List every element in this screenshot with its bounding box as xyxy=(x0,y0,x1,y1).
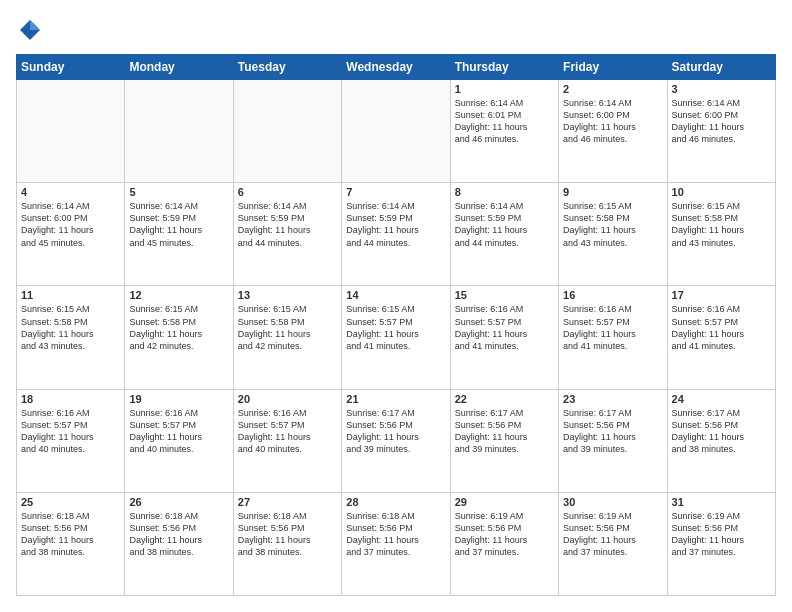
day-number: 13 xyxy=(238,289,337,301)
calendar-table: SundayMondayTuesdayWednesdayThursdayFrid… xyxy=(16,54,776,596)
day-number: 16 xyxy=(563,289,662,301)
day-info: Sunrise: 6:16 AM Sunset: 5:57 PM Dayligh… xyxy=(21,407,120,456)
calendar-cell: 14Sunrise: 6:15 AM Sunset: 5:57 PM Dayli… xyxy=(342,286,450,389)
day-info: Sunrise: 6:14 AM Sunset: 6:01 PM Dayligh… xyxy=(455,97,554,146)
day-info: Sunrise: 6:14 AM Sunset: 5:59 PM Dayligh… xyxy=(129,200,228,249)
day-number: 7 xyxy=(346,186,445,198)
calendar-cell: 8Sunrise: 6:14 AM Sunset: 5:59 PM Daylig… xyxy=(450,183,558,286)
day-number: 29 xyxy=(455,496,554,508)
day-info: Sunrise: 6:14 AM Sunset: 5:59 PM Dayligh… xyxy=(346,200,445,249)
calendar-cell: 22Sunrise: 6:17 AM Sunset: 5:56 PM Dayli… xyxy=(450,389,558,492)
day-info: Sunrise: 6:19 AM Sunset: 5:56 PM Dayligh… xyxy=(563,510,662,559)
day-number: 22 xyxy=(455,393,554,405)
calendar-cell: 28Sunrise: 6:18 AM Sunset: 5:56 PM Dayli… xyxy=(342,492,450,595)
calendar-cell: 15Sunrise: 6:16 AM Sunset: 5:57 PM Dayli… xyxy=(450,286,558,389)
day-info: Sunrise: 6:15 AM Sunset: 5:58 PM Dayligh… xyxy=(129,303,228,352)
calendar-cell: 4Sunrise: 6:14 AM Sunset: 6:00 PM Daylig… xyxy=(17,183,125,286)
calendar-cell xyxy=(342,80,450,183)
calendar-header-saturday: Saturday xyxy=(667,55,775,80)
calendar-cell: 25Sunrise: 6:18 AM Sunset: 5:56 PM Dayli… xyxy=(17,492,125,595)
calendar-header-monday: Monday xyxy=(125,55,233,80)
svg-marker-1 xyxy=(30,20,40,30)
calendar-header-row: SundayMondayTuesdayWednesdayThursdayFrid… xyxy=(17,55,776,80)
day-number: 15 xyxy=(455,289,554,301)
calendar-week-1: 4Sunrise: 6:14 AM Sunset: 6:00 PM Daylig… xyxy=(17,183,776,286)
day-info: Sunrise: 6:15 AM Sunset: 5:57 PM Dayligh… xyxy=(346,303,445,352)
day-number: 20 xyxy=(238,393,337,405)
calendar-week-4: 25Sunrise: 6:18 AM Sunset: 5:56 PM Dayli… xyxy=(17,492,776,595)
logo xyxy=(16,16,48,44)
day-number: 25 xyxy=(21,496,120,508)
calendar-header-tuesday: Tuesday xyxy=(233,55,341,80)
page: SundayMondayTuesdayWednesdayThursdayFrid… xyxy=(0,0,792,612)
day-info: Sunrise: 6:16 AM Sunset: 5:57 PM Dayligh… xyxy=(672,303,771,352)
calendar-cell: 21Sunrise: 6:17 AM Sunset: 5:56 PM Dayli… xyxy=(342,389,450,492)
calendar-week-2: 11Sunrise: 6:15 AM Sunset: 5:58 PM Dayli… xyxy=(17,286,776,389)
day-number: 17 xyxy=(672,289,771,301)
day-number: 28 xyxy=(346,496,445,508)
calendar-cell: 12Sunrise: 6:15 AM Sunset: 5:58 PM Dayli… xyxy=(125,286,233,389)
day-number: 26 xyxy=(129,496,228,508)
day-number: 14 xyxy=(346,289,445,301)
day-info: Sunrise: 6:18 AM Sunset: 5:56 PM Dayligh… xyxy=(21,510,120,559)
calendar-week-3: 18Sunrise: 6:16 AM Sunset: 5:57 PM Dayli… xyxy=(17,389,776,492)
day-info: Sunrise: 6:17 AM Sunset: 5:56 PM Dayligh… xyxy=(346,407,445,456)
calendar-cell: 30Sunrise: 6:19 AM Sunset: 5:56 PM Dayli… xyxy=(559,492,667,595)
day-number: 5 xyxy=(129,186,228,198)
calendar-cell: 18Sunrise: 6:16 AM Sunset: 5:57 PM Dayli… xyxy=(17,389,125,492)
calendar-cell: 5Sunrise: 6:14 AM Sunset: 5:59 PM Daylig… xyxy=(125,183,233,286)
day-number: 2 xyxy=(563,83,662,95)
day-number: 12 xyxy=(129,289,228,301)
calendar-header-wednesday: Wednesday xyxy=(342,55,450,80)
day-info: Sunrise: 6:14 AM Sunset: 6:00 PM Dayligh… xyxy=(21,200,120,249)
calendar-cell: 23Sunrise: 6:17 AM Sunset: 5:56 PM Dayli… xyxy=(559,389,667,492)
logo-icon xyxy=(16,16,44,44)
header xyxy=(16,16,776,44)
day-number: 24 xyxy=(672,393,771,405)
day-info: Sunrise: 6:19 AM Sunset: 5:56 PM Dayligh… xyxy=(672,510,771,559)
calendar-cell: 24Sunrise: 6:17 AM Sunset: 5:56 PM Dayli… xyxy=(667,389,775,492)
calendar-header-sunday: Sunday xyxy=(17,55,125,80)
day-info: Sunrise: 6:18 AM Sunset: 5:56 PM Dayligh… xyxy=(346,510,445,559)
calendar-cell: 19Sunrise: 6:16 AM Sunset: 5:57 PM Dayli… xyxy=(125,389,233,492)
calendar-cell: 2Sunrise: 6:14 AM Sunset: 6:00 PM Daylig… xyxy=(559,80,667,183)
day-number: 8 xyxy=(455,186,554,198)
day-info: Sunrise: 6:16 AM Sunset: 5:57 PM Dayligh… xyxy=(563,303,662,352)
calendar-cell: 20Sunrise: 6:16 AM Sunset: 5:57 PM Dayli… xyxy=(233,389,341,492)
day-number: 21 xyxy=(346,393,445,405)
calendar-header-thursday: Thursday xyxy=(450,55,558,80)
calendar-cell: 26Sunrise: 6:18 AM Sunset: 5:56 PM Dayli… xyxy=(125,492,233,595)
day-info: Sunrise: 6:14 AM Sunset: 6:00 PM Dayligh… xyxy=(563,97,662,146)
calendar-cell: 13Sunrise: 6:15 AM Sunset: 5:58 PM Dayli… xyxy=(233,286,341,389)
day-number: 31 xyxy=(672,496,771,508)
day-number: 18 xyxy=(21,393,120,405)
calendar-cell: 29Sunrise: 6:19 AM Sunset: 5:56 PM Dayli… xyxy=(450,492,558,595)
calendar-cell xyxy=(233,80,341,183)
day-info: Sunrise: 6:15 AM Sunset: 5:58 PM Dayligh… xyxy=(21,303,120,352)
day-number: 27 xyxy=(238,496,337,508)
day-info: Sunrise: 6:14 AM Sunset: 6:00 PM Dayligh… xyxy=(672,97,771,146)
day-info: Sunrise: 6:18 AM Sunset: 5:56 PM Dayligh… xyxy=(129,510,228,559)
day-info: Sunrise: 6:17 AM Sunset: 5:56 PM Dayligh… xyxy=(455,407,554,456)
day-info: Sunrise: 6:16 AM Sunset: 5:57 PM Dayligh… xyxy=(455,303,554,352)
day-number: 10 xyxy=(672,186,771,198)
calendar-cell: 11Sunrise: 6:15 AM Sunset: 5:58 PM Dayli… xyxy=(17,286,125,389)
day-info: Sunrise: 6:16 AM Sunset: 5:57 PM Dayligh… xyxy=(129,407,228,456)
calendar-cell xyxy=(17,80,125,183)
day-info: Sunrise: 6:15 AM Sunset: 5:58 PM Dayligh… xyxy=(238,303,337,352)
calendar-cell: 7Sunrise: 6:14 AM Sunset: 5:59 PM Daylig… xyxy=(342,183,450,286)
calendar-cell: 9Sunrise: 6:15 AM Sunset: 5:58 PM Daylig… xyxy=(559,183,667,286)
day-number: 4 xyxy=(21,186,120,198)
day-number: 1 xyxy=(455,83,554,95)
day-number: 11 xyxy=(21,289,120,301)
calendar-cell: 10Sunrise: 6:15 AM Sunset: 5:58 PM Dayli… xyxy=(667,183,775,286)
calendar-week-0: 1Sunrise: 6:14 AM Sunset: 6:01 PM Daylig… xyxy=(17,80,776,183)
day-number: 30 xyxy=(563,496,662,508)
day-info: Sunrise: 6:18 AM Sunset: 5:56 PM Dayligh… xyxy=(238,510,337,559)
day-info: Sunrise: 6:14 AM Sunset: 5:59 PM Dayligh… xyxy=(455,200,554,249)
day-info: Sunrise: 6:17 AM Sunset: 5:56 PM Dayligh… xyxy=(672,407,771,456)
day-number: 9 xyxy=(563,186,662,198)
calendar-cell: 1Sunrise: 6:14 AM Sunset: 6:01 PM Daylig… xyxy=(450,80,558,183)
calendar-cell: 27Sunrise: 6:18 AM Sunset: 5:56 PM Dayli… xyxy=(233,492,341,595)
calendar-cell: 31Sunrise: 6:19 AM Sunset: 5:56 PM Dayli… xyxy=(667,492,775,595)
